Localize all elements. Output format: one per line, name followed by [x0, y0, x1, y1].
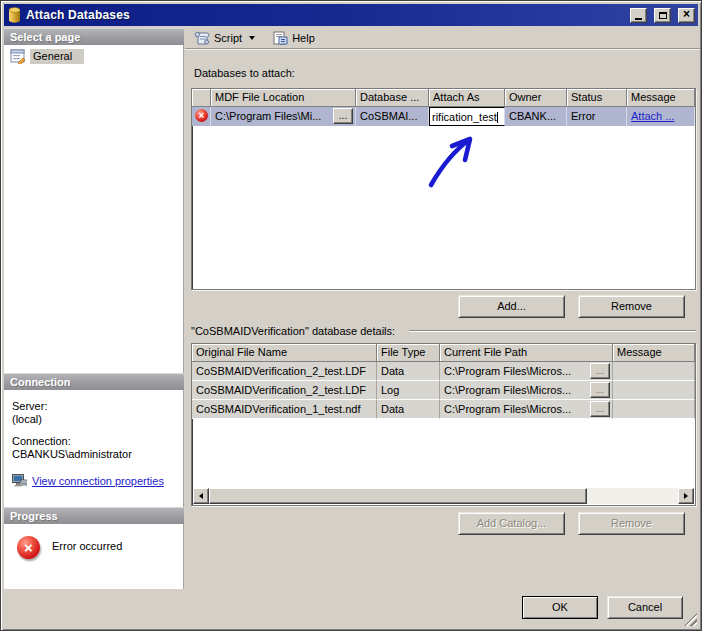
connection-panel: Server: (local) Connection: CBANKUS\admi… [4, 390, 184, 507]
scroll-left-button[interactable] [193, 488, 209, 504]
remove-button[interactable]: Remove [578, 295, 685, 318]
dialog-toolbar: Script Help [185, 28, 700, 49]
window-title: Attach Databases [26, 8, 623, 22]
database-details-grid: Original File Name File Type Current Fil… [191, 343, 696, 506]
help-button[interactable]: Help [269, 30, 319, 46]
status-value: Error [567, 107, 627, 126]
file-path-value: C:\Program Files\Micros... [444, 365, 571, 377]
maximize-icon [659, 12, 667, 19]
server-value: (local) [12, 413, 177, 425]
remove-catalog-button[interactable]: Remove [578, 512, 685, 535]
database-details-label: "CoSBMAIDVerification" database details: [191, 325, 395, 337]
connection-properties-icon [12, 474, 27, 488]
column-header-attach-as[interactable]: Attach As [429, 89, 505, 107]
column-header-details-message[interactable]: Message [613, 344, 695, 362]
server-label: Server: [12, 400, 177, 412]
sidebar-item-label: General [30, 49, 84, 64]
file-type-value: Data [377, 362, 440, 381]
progress-panel: × Error occurred [4, 524, 184, 589]
row-error-icon: × [195, 109, 208, 122]
column-header-database[interactable]: Database ... [356, 89, 429, 107]
help-button-label: Help [292, 32, 315, 44]
column-header-mdf-location[interactable]: MDF File Location [211, 89, 356, 107]
column-header-rowstate[interactable] [192, 89, 211, 107]
select-page-panel: General [4, 45, 184, 373]
progress-status: Error occurred [52, 536, 122, 552]
connection-value: CBANKUS\administrator [12, 448, 177, 460]
text-caret [497, 112, 498, 123]
arrow-left-icon [199, 493, 203, 499]
close-button[interactable]: × [678, 8, 695, 23]
scroll-right-button[interactable] [678, 488, 694, 504]
attach-databases-dialog: Attach Databases × Select a page General… [0, 0, 702, 631]
column-header-message[interactable]: Message [627, 89, 695, 107]
details-message-value [613, 381, 695, 400]
column-header-status[interactable]: Status [567, 89, 627, 107]
column-header-current-file-path[interactable]: Current File Path [440, 344, 613, 362]
arrow-right-icon [684, 493, 688, 499]
connection-header: Connection [4, 373, 184, 390]
attach-databases-grid: MDF File Location Database ... Attach As… [191, 88, 696, 290]
details-row[interactable]: CoSBMAIDVerification_2_test.LDF Log C:\P… [192, 381, 695, 400]
attach-grid-header: MDF File Location Database ... Attach As… [192, 89, 695, 107]
chevron-down-icon [249, 36, 255, 40]
details-message-value [613, 362, 695, 381]
details-grid-header: Original File Name File Type Current Fil… [192, 344, 695, 362]
owner-value: CBANK... [505, 107, 567, 126]
attach-as-value: rification_test [432, 111, 497, 123]
attach-as-edit-field[interactable]: rification_test [429, 107, 505, 126]
horizontal-scrollbar[interactable] [193, 488, 694, 504]
script-icon [194, 31, 210, 45]
error-icon: × [17, 536, 40, 559]
general-page-icon [10, 49, 26, 64]
attach-message-link[interactable]: Attach ... [631, 110, 674, 122]
file-type-value: Log [377, 381, 440, 400]
progress-header: Progress [4, 507, 184, 524]
details-message-value [613, 400, 695, 419]
browse-path-button[interactable]: ... [590, 382, 610, 398]
file-type-value: Data [377, 400, 440, 419]
help-icon [273, 31, 288, 45]
script-button-label: Script [214, 32, 242, 44]
select-page-header: Select a page [4, 28, 184, 45]
file-name-value: CoSBMAIDVerification_2_test.LDF [192, 381, 377, 400]
column-header-original-file-name[interactable]: Original File Name [192, 344, 377, 362]
file-name-value: CoSBMAIDVerification_2_test.LDF [192, 362, 377, 381]
file-name-value: CoSBMAIDVerification_1_test.ndf [192, 400, 377, 419]
database-icon [8, 7, 21, 23]
resize-grip[interactable] [684, 613, 697, 626]
file-path-value: C:\Program Files\Micros... [444, 384, 571, 396]
view-connection-properties-link[interactable]: View connection properties [32, 475, 164, 487]
close-icon: × [683, 8, 690, 20]
browse-mdf-button[interactable]: ... [333, 108, 353, 124]
column-header-owner[interactable]: Owner [505, 89, 567, 107]
databases-to-attach-label: Databases to attach: [194, 67, 295, 79]
file-path-value: C:\Program Files\Micros... [444, 403, 571, 415]
details-row[interactable]: CoSBMAIDVerification_1_test.ndf Data C:\… [192, 400, 695, 419]
browse-path-button[interactable]: ... [590, 363, 610, 379]
database-name-value: CoSBMAI... [356, 107, 429, 126]
details-row[interactable]: CoSBMAIDVerification_2_test.LDF Data C:\… [192, 362, 695, 381]
ok-button[interactable]: OK [522, 596, 598, 619]
sidebar-item-general[interactable]: General [4, 45, 183, 64]
cancel-button[interactable]: Cancel [607, 596, 683, 619]
maximize-button[interactable] [654, 8, 671, 23]
script-button[interactable]: Script [190, 30, 259, 46]
add-button[interactable]: Add... [458, 295, 565, 318]
caption-divider [409, 330, 696, 332]
mdf-location-value: C:\Program Files\Mi... [215, 110, 321, 122]
add-catalog-button[interactable]: Add Catalog... [458, 512, 565, 535]
column-header-file-type[interactable]: File Type [377, 344, 440, 362]
connection-label: Connection: [12, 435, 177, 447]
scrollbar-track[interactable] [587, 488, 678, 504]
browse-path-button[interactable]: ... [590, 401, 610, 417]
attach-grid-row[interactable]: × C:\Program Files\Mi... ... CoSBMAI... … [192, 107, 695, 126]
minimize-button[interactable] [630, 8, 647, 23]
title-bar[interactable]: Attach Databases × [4, 4, 698, 26]
scrollbar-thumb[interactable] [209, 488, 587, 504]
minimize-icon [635, 18, 642, 20]
